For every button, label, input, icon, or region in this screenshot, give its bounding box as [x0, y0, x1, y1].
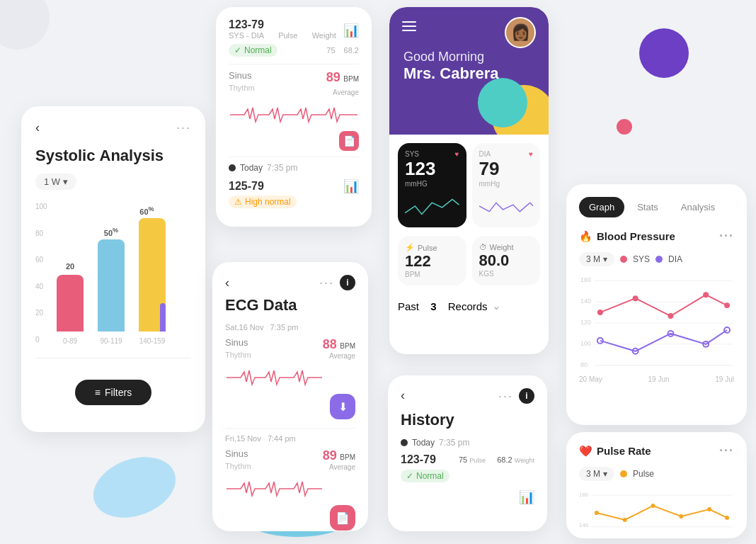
ecg-back-button[interactable]: ‹ — [225, 276, 229, 290]
ecg-wave-1 — [229, 102, 359, 127]
ecg-wave-data-2 — [225, 476, 355, 501]
download-btn-1[interactable]: ⬇ — [330, 394, 355, 419]
sinus-row-1: Sinus Thythm 89 BPM Average — [229, 70, 359, 98]
svg-point-11 — [633, 295, 638, 301]
history-more-menu[interactable]: ··· — [498, 389, 513, 404]
svg-text:80: 80 — [580, 361, 588, 368]
ecg-data-card: ‹ ··· i ECG Data Sat,16 Nov 7:35 pm Sinu… — [212, 262, 368, 531]
svg-point-26 — [651, 504, 655, 508]
more-menu[interactable]: ··· — [176, 120, 191, 135]
ecg-save-icon-1[interactable]: 📄 — [339, 131, 359, 151]
svg-point-29 — [725, 516, 729, 520]
bar-label-60: 60% — [139, 205, 154, 216]
greeting-card: 👩🏾 Good Morning Mrs. Cabrera SYS ♥ 123 m… — [389, 7, 549, 354]
record-entry-2: 125-79 📊 ⚠ High normal — [229, 178, 359, 208]
bottom-metrics: ⚡ Pulse 122 BPM ⏱ Weight 80.0 KGS — [389, 236, 549, 294]
chart-icon: 📊 — [343, 23, 359, 38]
history-card: ‹ ··· i History Today 7:35 pm 123-79 75 … — [388, 375, 547, 531]
record-entry-1: 123-79 SYS - DIA Pulse Weight 📊 ✓ Normal… — [229, 18, 359, 57]
bar-label-20: 20 — [66, 262, 74, 271]
pulse-more-menu[interactable]: ··· — [719, 443, 734, 458]
history-status-badge: ✓ Normal — [401, 470, 449, 482]
blood-pressure-card: Graph Stats Analysis 🔥 Blood Pressure ··… — [566, 184, 747, 425]
bar-0-89: 20 0-89 — [57, 275, 84, 345]
svg-point-24 — [595, 511, 599, 515]
svg-point-27 — [679, 514, 683, 518]
y-axis-labels: 100806040200 — [35, 203, 47, 344]
svg-text:140: 140 — [580, 298, 591, 305]
svg-text:120: 120 — [580, 319, 591, 326]
ecg-records-card: 123-79 SYS - DIA Pulse Weight 📊 ✓ Normal… — [216, 7, 372, 227]
history-back-button[interactable]: ‹ — [401, 388, 405, 404]
metrics-row: SYS ♥ 123 mmHG DIA ♥ 79 mmHg — [389, 135, 549, 236]
ecg-date-1: Sat,16 Nov 7:35 pm — [225, 323, 355, 332]
ecg-date-2: Fri,15 Nov 7:44 pm — [225, 434, 355, 443]
history-nav: ‹ ··· i — [401, 388, 534, 404]
period-selector[interactable]: 3 M ▾ — [579, 252, 614, 266]
pulse-section-title: ❤️ Pulse Rate ··· — [579, 443, 734, 458]
systolic-title: Systolic Analysis — [35, 147, 191, 165]
high-normal-badge: ⚠ High normal — [229, 196, 297, 208]
svg-point-13 — [703, 292, 709, 298]
svg-point-10 — [597, 310, 603, 315]
svg-text:160: 160 — [579, 492, 589, 498]
svg-text:160: 160 — [580, 276, 591, 283]
tab-analysis[interactable]: Analysis — [671, 197, 725, 217]
systolic-analysis-card: ‹ ··· Systolic Analysis 1 W ▾ 1008060402… — [21, 106, 205, 432]
bar-140-159: 60% 140-159 — [139, 218, 166, 345]
weight-metric: ⏱ Weight 80.0 KGS — [472, 236, 541, 285]
bg-decoration — [0, 0, 50, 50]
svg-point-25 — [623, 518, 627, 522]
download-btn-2[interactable]: 📄 — [330, 505, 355, 531]
greeting-text: Good Morning Mrs. Cabrera — [403, 21, 534, 83]
svg-text:140: 140 — [579, 522, 589, 528]
filters-button[interactable]: ≡ Filters — [75, 380, 151, 405]
status-normal-badge: ✓ Normal — [229, 44, 277, 57]
bp-chart: 160 140 120 100 80 — [579, 273, 734, 373]
ecg-data-title: ECG Data — [225, 296, 355, 314]
ecg-more-menu[interactable]: ··· — [319, 276, 334, 290]
svg-point-14 — [724, 302, 730, 308]
tab-graph[interactable]: Graph — [579, 197, 624, 217]
history-today-row: Today 7:35 pm — [401, 438, 534, 448]
history-info-button[interactable]: i — [519, 388, 534, 404]
bg-circle-purple — [639, 28, 689, 78]
ecg-sinus-row-2: Sinus Thythm 89 BPM Average — [225, 448, 355, 472]
bg-circle-pink — [617, 119, 632, 135]
pulse-legend-row: 3 M ▾ Pulse — [579, 467, 734, 481]
bar-90-119: 50% 90-119 — [98, 239, 125, 345]
svg-point-28 — [707, 507, 711, 511]
today-row: Today 7:35 pm — [229, 163, 359, 173]
tab-stats[interactable]: Stats — [627, 197, 668, 217]
bp-section-title: 🔥 Blood Pressure ··· — [579, 229, 734, 244]
past-records-row[interactable]: Past 3 Records ⌄ — [389, 294, 549, 321]
bp-legend-row: 3 M ▾ SYS DIA — [579, 252, 734, 266]
pulse-period-selector[interactable]: 3 M ▾ — [579, 467, 614, 481]
dia-metric: DIA ♥ 79 mmHg — [472, 143, 541, 227]
bg-blob-left — [85, 446, 184, 528]
pulse-rate-card: ❤️ Pulse Rate ··· 3 M ▾ Pulse 160 140 — [566, 432, 747, 538]
ecg-wave-data-1 — [225, 365, 355, 390]
greeting-header: 👩🏾 Good Morning Mrs. Cabrera — [389, 7, 549, 135]
bar-label-50: 50% — [104, 227, 118, 237]
sys-metric: SYS ♥ 123 mmHG — [398, 143, 466, 227]
bp-more-menu[interactable]: ··· — [719, 229, 734, 244]
info-button[interactable]: i — [340, 275, 355, 290]
svg-text:100: 100 — [580, 340, 591, 347]
history-record: 123-79 75 Pulse 68.2 Weight ✓ Normal — [401, 453, 534, 482]
back-button[interactable]: ‹ — [35, 120, 40, 135]
bp-x-labels: 20 May 19 Jun 19 Jul — [579, 375, 734, 383]
ecg-sinus-row-1: Sinus Thythm 88 BPM Average — [225, 337, 355, 361]
svg-point-12 — [668, 313, 673, 319]
week-filter[interactable]: 1 W ▾ — [35, 174, 76, 190]
chart-tabs: Graph Stats Analysis — [579, 197, 734, 217]
history-title: History — [401, 411, 534, 429]
bar-chart: 100806040200 20 0-89 50% 90-119 60% — [35, 203, 191, 358]
pulse-metric: ⚡ Pulse 122 BPM — [398, 236, 466, 285]
pulse-chart: 160 140 — [579, 488, 734, 531]
